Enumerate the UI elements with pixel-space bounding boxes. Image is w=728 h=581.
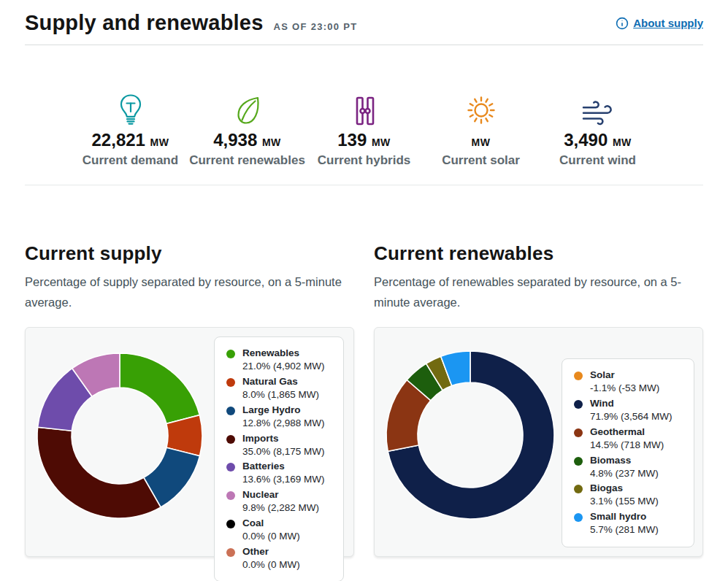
legend-item-wind[interactable]: Wind71.9% (3,564 MW) [574, 398, 685, 426]
legend-item-small-hydro[interactable]: Small hydro5.7% (281 MW) [574, 511, 685, 539]
legend-value: 14.5% (718 MW) [590, 439, 664, 452]
legend-swatch [226, 378, 235, 387]
legend-swatch [226, 520, 235, 528]
donut-slice-imports[interactable] [37, 428, 161, 519]
stat-current-demand: 22,821 MW Current demand [72, 92, 189, 169]
stat-unit: MW [150, 136, 169, 148]
page-title: Supply and renewables [25, 11, 264, 35]
page-header: Supply and renewables AS OF 23:00 PT Abo… [25, 0, 703, 35]
legend-label: Natural Gas [242, 376, 319, 388]
stat-label: Current solar [442, 153, 520, 169]
legend-item-batteries[interactable]: Batteries13.6% (3,169 MW) [226, 461, 334, 489]
legend-label: Small hydro [590, 511, 659, 523]
stat-current-solar: MW Current solar [423, 92, 540, 169]
stat-label: Current renewables [189, 153, 305, 169]
stat-unit: MW [472, 136, 491, 148]
legend-swatch [574, 372, 583, 380]
legend-label: Geothermal [590, 426, 664, 439]
legend-value: 12.8% (2,988 MW) [242, 418, 325, 430]
legend-value: -1.1% (-53 MW) [590, 382, 659, 395]
legend-label: Large Hydro [242, 404, 325, 417]
legend-swatch [226, 435, 235, 444]
legend-swatch [574, 457, 583, 466]
legend-swatch [574, 485, 583, 493]
supply-page: Supply and renewables AS OF 23:00 PT Abo… [0, 0, 728, 557]
legend-item-renewables[interactable]: Renewables21.0% (4,902 MW) [226, 347, 334, 376]
legend-item-biogas[interactable]: Biogas3.1% (155 MW) [574, 482, 685, 511]
legend-value: 9.8% (2,282 MW) [242, 502, 319, 515]
chart-sections: Current supply Percentage of supply sepa… [25, 185, 703, 557]
legend-item-large-hydro[interactable]: Large Hydro12.8% (2,988 MW) [226, 404, 334, 433]
current-renewables-title: Current renewables [374, 242, 703, 265]
legend-label: Imports [242, 433, 325, 445]
legend-item-biomass[interactable]: Biomass4.8% (237 MW) [574, 455, 685, 483]
legend-value: 8.0% (1,865 MW) [242, 389, 319, 401]
stat-current-wind: 3,490 MW Current wind [540, 92, 656, 169]
info-icon [616, 17, 629, 30]
stat-unit: MW [372, 136, 391, 148]
current-renewables-description: Percentage of renewables separated by re… [374, 272, 703, 312]
sun-icon [464, 92, 498, 127]
legend-label: Renewables [242, 347, 325, 360]
legend-value: 13.6% (3,169 MW) [242, 474, 325, 486]
lightbulb-icon [117, 92, 145, 127]
legend-value: 71.9% (3,564 MW) [590, 411, 673, 423]
current-supply-chart-card: Renewables21.0% (4,902 MW)Natural Gas8.0… [25, 327, 354, 557]
donut-slice-renewables[interactable] [120, 353, 199, 423]
legend-swatch [574, 513, 583, 522]
legend-swatch [574, 400, 583, 409]
legend-swatch [226, 407, 235, 415]
legend-label: Coal [242, 517, 300, 530]
legend-swatch [226, 548, 235, 557]
legend-item-coal[interactable]: Coal0.0% (0 MW) [226, 517, 334, 546]
legend-swatch [226, 463, 235, 472]
legend-item-natural-gas[interactable]: Natural Gas8.0% (1,865 MW) [226, 376, 334, 404]
legend-value: 0.0% (0 MW) [242, 531, 300, 543]
legend-item-geothermal[interactable]: Geothermal14.5% (718 MW) [574, 426, 685, 455]
wind-icon [581, 92, 616, 127]
stat-value: 3,490 MW [564, 131, 632, 150]
stats-row: 22,821 MW Current demand 4,938 MW Curren… [25, 45, 703, 169]
about-supply-label: About supply [633, 17, 703, 29]
stat-label: Current demand [83, 153, 178, 169]
legend-item-other[interactable]: Other0.0% (0 MW) [226, 546, 334, 574]
legend-label: Other [242, 546, 300, 558]
current-renewables-chart-card: Solar-1.1% (-53 MW)Wind71.9% (3,564 MW)G… [374, 327, 703, 557]
title-group: Supply and renewables AS OF 23:00 PT [25, 11, 358, 35]
legend-item-imports[interactable]: Imports35.0% (8,175 MW) [226, 433, 334, 461]
current-supply-section: Current supply Percentage of supply sepa… [25, 242, 354, 557]
legend-swatch [574, 428, 583, 437]
legend-value: 0.0% (0 MW) [242, 559, 300, 572]
stat-value: 4,938 MW [213, 131, 281, 150]
legend-swatch [226, 350, 235, 358]
stat-value: 139 MW [337, 131, 391, 150]
hybrid-icon [350, 92, 379, 127]
stat-label: Current wind [559, 153, 636, 169]
legend-value: 5.7% (281 MW) [590, 524, 659, 536]
stat-unit: MW [613, 136, 632, 148]
stat-value: 22,821 MW [92, 131, 169, 150]
stat-unit: MW [262, 136, 281, 148]
legend-value: 21.0% (4,902 MW) [242, 361, 325, 373]
legend-label: Batteries [242, 461, 325, 473]
as-of-timestamp: AS OF 23:00 PT [274, 21, 358, 32]
about-supply-link[interactable]: About supply [616, 17, 703, 30]
legend-label: Nuclear [242, 489, 319, 501]
legend-label: Solar [590, 369, 659, 382]
legend-value: 4.8% (237 MW) [590, 468, 659, 480]
legend-item-nuclear[interactable]: Nuclear9.8% (2,282 MW) [226, 489, 334, 517]
stat-current-renewables: 4,938 MW Current renewables [189, 92, 306, 169]
legend-value: 3.1% (155 MW) [590, 496, 659, 508]
legend-item-solar[interactable]: Solar-1.1% (-53 MW) [574, 369, 685, 398]
stat-value: MW [472, 131, 491, 150]
leaf-icon [232, 92, 263, 127]
legend-swatch [226, 491, 235, 500]
legend-value: 35.0% (8,175 MW) [242, 446, 325, 458]
current-supply-legend: Renewables21.0% (4,902 MW)Natural Gas8.0… [214, 336, 344, 581]
current-renewables-section: Current renewables Percentage of renewab… [374, 242, 703, 557]
stat-current-hybrids: 139 MW Current hybrids [306, 92, 423, 169]
current-renewables-legend: Solar-1.1% (-53 MW)Wind71.9% (3,564 MW)G… [562, 358, 694, 547]
current-supply-title: Current supply [25, 242, 354, 265]
legend-label: Biogas [590, 482, 659, 495]
legend-label: Biomass [590, 455, 659, 467]
